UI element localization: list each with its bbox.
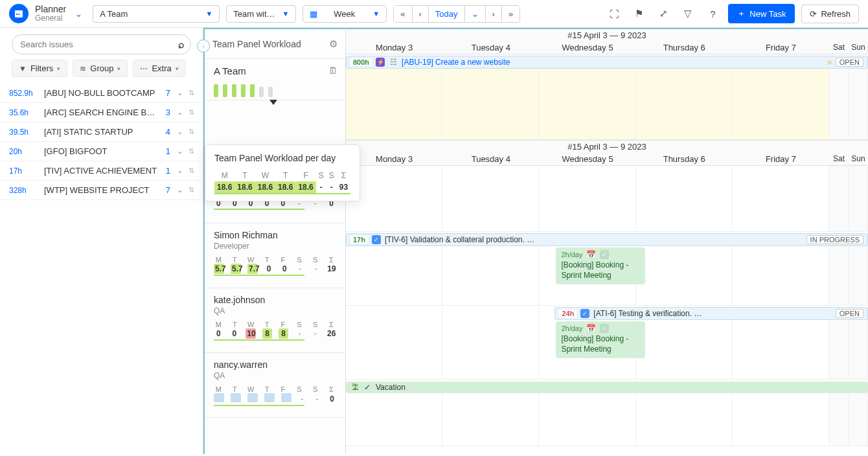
project-hours: 35.6h xyxy=(9,108,40,117)
person-role: Developer xyxy=(214,242,336,251)
search-input[interactable] xyxy=(12,34,191,54)
task-status: IN PROGRESS xyxy=(806,235,863,244)
team-dropdown[interactable]: A Team ▼ xyxy=(93,5,220,23)
task-title: [ABU-19] Create a new website xyxy=(402,58,823,67)
project-hours: 17h xyxy=(9,166,40,176)
day-header: Sun xyxy=(849,153,868,165)
project-name: [ATI] STATIC STARTUP xyxy=(44,127,157,137)
drag-handle-icon[interactable]: ⇅ xyxy=(188,166,198,175)
app-title: Planner xyxy=(35,5,66,14)
day-header: Sat xyxy=(829,153,849,165)
calendar-icon: 📅 xyxy=(586,250,596,259)
day-header: Tuesday 4 xyxy=(442,153,539,165)
task-bar-abu19[interactable]: 800h ⚡ ☷ [ABU-19] Create a new website ≡… xyxy=(346,56,868,69)
chevron-down-icon[interactable]: ⌄ xyxy=(174,186,185,194)
group-pill[interactable]: ≋ Group ▾ xyxy=(73,60,128,77)
panel-title: Team Panel Workload xyxy=(212,39,301,49)
today-button[interactable]: Today xyxy=(429,6,465,22)
fullscreen-icon[interactable]: ⤢ xyxy=(654,5,672,23)
nav-first-button[interactable]: « xyxy=(394,6,412,22)
new-task-button[interactable]: ＋ New Task xyxy=(728,4,795,23)
svg-rect-3 xyxy=(18,14,19,15)
scan-icon[interactable]: ⛶ xyxy=(605,5,623,23)
nav-next-button[interactable]: › xyxy=(486,6,502,22)
booking-card-simon[interactable]: 2h/day 📅 ✓ [Booking] Booking - Sprint Me… xyxy=(556,247,645,284)
brand-dropdown-icon[interactable]: ⌄ xyxy=(75,9,82,19)
date-nav-group: « ‹ Today ⌄ › » xyxy=(393,5,520,23)
chevron-down-icon[interactable]: ⌄ xyxy=(174,128,185,136)
nav-prev-button[interactable]: ‹ xyxy=(413,6,429,22)
project-name: [ABU] NO-BULL BOOTCAMP xyxy=(44,88,157,98)
funnel-icon: ▼ xyxy=(19,64,27,73)
project-count: 7 xyxy=(161,185,170,195)
task-bar-tiv6[interactable]: 17h ✓ [TIV-6] Validation & collateral pr… xyxy=(346,233,868,246)
person-section: Simon RichmanDeveloperMTWTFSSΣ5.75.77.70… xyxy=(205,223,345,288)
task-bar-ati6[interactable]: 24h ✓ [ATI-6] Testing & verification. … … xyxy=(554,307,868,320)
person-role: QA xyxy=(214,371,336,380)
help-icon[interactable]: ? xyxy=(703,5,722,23)
project-row[interactable]: 852.9h[ABU] NO-BULL BOOTCAMP7⌄⇅ xyxy=(0,84,203,103)
team-bars xyxy=(214,82,336,97)
chevron-down-icon[interactable]: ⌄ xyxy=(174,166,185,175)
project-row[interactable]: 39.5h[ATI] STATIC STARTUP4⌄⇅ xyxy=(0,122,203,142)
timeline-row-kate[interactable]: 24h ✓ [ATI-6] Testing & verification. … … xyxy=(346,307,868,380)
refresh-icon: ⟳ xyxy=(810,9,817,19)
project-row[interactable]: 20h[GFO] BIGFOOT1⌄⇅ xyxy=(0,142,203,161)
chevron-down-icon: ▼ xyxy=(205,10,212,17)
refresh-button[interactable]: ⟳ Refresh xyxy=(801,5,859,23)
extra-pill[interactable]: ⋯ Extra ▾ xyxy=(133,60,185,77)
period-dropdown[interactable]: ▦ Week ▼ xyxy=(303,5,387,23)
schedule-icon[interactable]: 🗓 xyxy=(328,65,337,76)
drag-handle-icon[interactable]: ⇅ xyxy=(188,89,198,97)
booking-card-kate[interactable]: 2h/day 📅 ✓ [Booking] Booking - Sprint Me… xyxy=(556,321,645,358)
project-row[interactable]: 35.6h[ARC] SEARCH ENGINE BAN…3⌄⇅ xyxy=(0,103,203,122)
check-icon: ✓ xyxy=(372,235,381,244)
scope-dropdown[interactable]: Team wit… ▼ xyxy=(226,5,296,23)
svg-rect-1 xyxy=(15,10,23,12)
chevron-down-icon[interactable]: ⌄ xyxy=(174,147,185,155)
drag-handle-icon[interactable]: ⇅ xyxy=(188,147,198,155)
drag-handle-icon[interactable]: ⇅ xyxy=(188,128,198,136)
person-section: kate.johnsonQAMTWTFSSΣ001088--26 xyxy=(205,288,345,353)
vacation-bar[interactable]: 🏝 ✓ Vacation xyxy=(346,382,868,393)
panel-collapse-button[interactable]: ‹ xyxy=(197,40,210,52)
project-row[interactable]: 328h[WTP] WEBSITE PROJECT7⌄⇅ xyxy=(0,181,203,200)
app-brand[interactable]: Planner General ⌄ xyxy=(9,4,82,23)
drag-icon[interactable]: ≡ xyxy=(827,58,831,66)
project-row[interactable]: 17h[TIV] ACTIVE ACHIEVEMENT1⌄⇅ xyxy=(0,161,203,181)
chevron-down-icon: ▼ xyxy=(282,10,289,17)
filters-pill[interactable]: ▼ Filters ▾ xyxy=(12,60,67,77)
tooltip-title: Team Panel Workload per day xyxy=(214,153,350,163)
timeline-row-nancy[interactable]: 🏝 ✓ Vacation xyxy=(346,382,868,446)
drag-handle-icon[interactable]: ⇅ xyxy=(188,108,198,117)
project-name: [GFO] BIGFOOT xyxy=(44,146,157,156)
day-header: Wednesday 5 xyxy=(539,153,635,165)
timeline-team-row: 800h ⚡ ☷ [ABU-19] Create a new website ≡… xyxy=(346,56,868,140)
week-label: #15 April 3 — 9 2023 xyxy=(346,29,868,41)
gear-icon[interactable]: ⚙ xyxy=(329,38,337,50)
timeline-row-simon[interactable]: 17h ✓ [TIV-6] Validation & collateral pr… xyxy=(346,233,868,306)
chevron-down-icon[interactable]: ⌄ xyxy=(174,108,185,117)
team-name: A Team xyxy=(214,65,336,76)
task-hours: 24h xyxy=(559,310,577,317)
team-panel: ‹ Team Panel Workload ⚙ A Team 🗓 xyxy=(203,28,346,454)
search-icon[interactable]: ⌕ xyxy=(178,39,185,51)
project-count: 1 xyxy=(161,146,170,156)
chevron-down-icon: ▼ xyxy=(372,10,380,17)
day-header: Thursday 6 xyxy=(636,41,733,54)
filter-icon[interactable]: ▽ xyxy=(679,5,697,23)
workload-tooltip: Team Panel Workload per day MTWTFSSΣ 18.… xyxy=(205,144,360,201)
chevron-down-icon[interactable]: ⌄ xyxy=(174,89,185,97)
left-sidebar: ⌕ ▼ Filters ▾ ≋ Group ▾ ⋯ Extra ▾ 852.9h… xyxy=(0,28,203,454)
project-name: [WTP] WEBSITE PROJECT xyxy=(44,185,157,195)
timeline-row-bob[interactable] xyxy=(346,166,868,232)
drag-handle-icon[interactable]: ⇅ xyxy=(188,186,198,194)
nav-last-button[interactable]: » xyxy=(502,6,520,22)
task-hours: 17h xyxy=(350,236,368,244)
flag-icon[interactable]: ⚑ xyxy=(630,5,648,23)
project-list: 852.9h[ABU] NO-BULL BOOTCAMP7⌄⇅35.6h[ARC… xyxy=(0,84,203,454)
project-hours: 39.5h xyxy=(9,128,40,137)
check-icon: ✓ xyxy=(600,250,609,259)
task-hours: 800h xyxy=(350,58,372,66)
today-dropdown-button[interactable]: ⌄ xyxy=(465,6,486,22)
